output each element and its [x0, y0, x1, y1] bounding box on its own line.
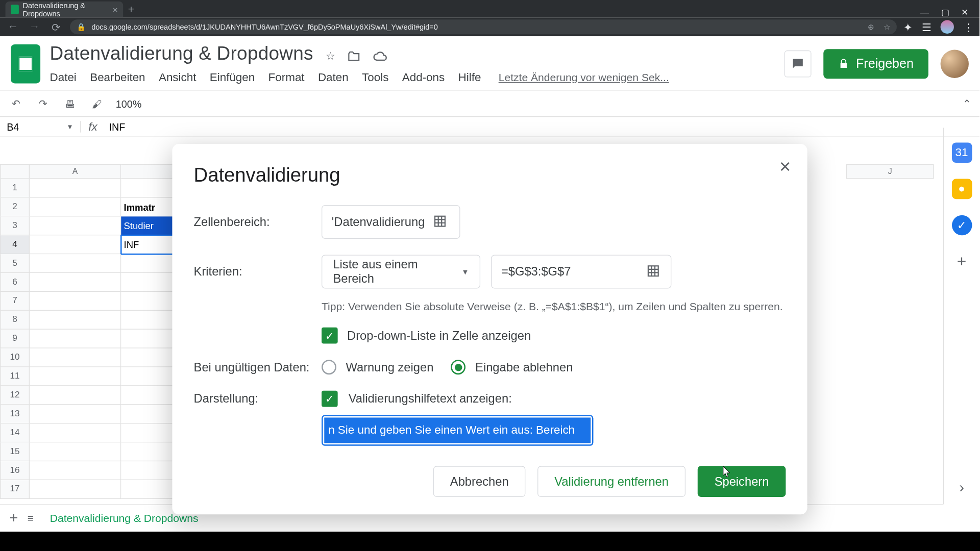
reload-icon[interactable]: ⟳ — [48, 19, 63, 34]
cell[interactable] — [30, 461, 121, 480]
all-sheets-button[interactable]: ≡ — [28, 512, 34, 524]
cell[interactable] — [121, 367, 175, 386]
last-edit-text[interactable]: Letzte Änderung vor wenigen Sek... — [499, 72, 669, 84]
menu-file[interactable]: Datei — [50, 71, 77, 85]
star-icon[interactable]: ☆ — [326, 50, 335, 63]
helptext-input[interactable]: n Sie und geben Sie einen Wert ein aus: … — [322, 415, 593, 446]
account-avatar[interactable] — [941, 50, 969, 78]
row-header[interactable]: 14 — [0, 423, 30, 442]
move-icon[interactable] — [347, 49, 360, 63]
menu-addons[interactable]: Add-ons — [402, 71, 445, 85]
cell[interactable] — [30, 292, 121, 311]
menu-icon[interactable]: ⋮ — [963, 20, 974, 33]
menu-format[interactable]: Format — [268, 71, 305, 85]
cell[interactable] — [121, 386, 175, 405]
document-title[interactable]: Datenvalidierung & Dropdowns — [50, 43, 313, 64]
select-range-icon[interactable] — [433, 214, 448, 229]
row-header[interactable]: 17 — [0, 480, 30, 499]
row-header[interactable]: 10 — [0, 348, 30, 367]
undo-icon[interactable]: ↶ — [8, 95, 24, 112]
zoom-percent[interactable]: 100% — [116, 98, 142, 109]
radio-show-warning[interactable] — [322, 360, 336, 374]
cell[interactable] — [30, 235, 121, 254]
save-button[interactable]: Speichern — [698, 466, 786, 497]
row-header[interactable]: 11 — [0, 367, 30, 386]
row-header[interactable]: 9 — [0, 330, 30, 348]
cell[interactable] — [30, 348, 121, 367]
row-header[interactable]: 12 — [0, 386, 30, 405]
browser-tab[interactable]: Datenvalidierung & Dropdowns × — [6, 2, 124, 18]
criteria-type-dropdown[interactable]: Liste aus einem Bereich ▼ — [322, 255, 480, 289]
row-header[interactable]: 4 — [0, 235, 30, 254]
print-icon[interactable]: 🖶 — [62, 95, 78, 112]
share-button[interactable]: Freigeben — [824, 49, 928, 79]
keep-icon[interactable]: ● — [951, 179, 972, 199]
cell[interactable] — [30, 423, 121, 442]
add-sheet-button[interactable]: + — [9, 509, 18, 527]
row-header[interactable]: 6 — [0, 273, 30, 292]
radio-reject-input[interactable] — [451, 360, 466, 374]
paint-format-icon[interactable]: 🖌 — [89, 95, 105, 112]
menu-help[interactable]: Hilfe — [458, 71, 481, 85]
cell[interactable] — [30, 386, 121, 405]
column-header-J[interactable]: J — [846, 164, 934, 179]
column-header-A[interactable]: A — [30, 164, 121, 179]
criteria-range-input[interactable]: =$G$3:$G$7 — [491, 255, 671, 289]
star-icon[interactable]: ☆ — [884, 22, 890, 31]
close-icon[interactable]: × — [113, 5, 118, 15]
select-range-icon[interactable] — [647, 264, 662, 279]
cell[interactable]: INF — [121, 235, 175, 254]
cell[interactable] — [30, 311, 121, 330]
maximize-icon[interactable]: ▢ — [941, 7, 949, 17]
cell[interactable] — [30, 197, 121, 216]
cell-range-input[interactable]: 'Datenvalidierung — [322, 205, 460, 239]
tasks-icon[interactable]: ✓ — [951, 215, 972, 236]
cell[interactable] — [30, 405, 121, 423]
menu-data[interactable]: Daten — [318, 71, 349, 85]
cell[interactable] — [30, 254, 121, 273]
cell[interactable] — [121, 179, 175, 198]
back-icon[interactable]: ← — [6, 19, 20, 34]
close-window-icon[interactable]: ✕ — [961, 7, 968, 17]
cell[interactable] — [30, 442, 121, 461]
extensions-icon[interactable]: ✦ — [903, 20, 912, 33]
cell[interactable]: Immatr — [121, 197, 175, 216]
row-header[interactable]: 3 — [0, 216, 30, 235]
hide-sidepanel-icon[interactable]: › — [959, 479, 964, 496]
row-header[interactable]: 7 — [0, 292, 30, 311]
select-all-corner[interactable] — [0, 164, 30, 179]
menu-tools[interactable]: Tools — [362, 71, 388, 85]
forward-icon[interactable]: → — [27, 19, 42, 34]
name-box[interactable]: B4 ▼ — [0, 121, 81, 132]
show-helptext-checkbox[interactable]: ✓ — [322, 391, 338, 407]
calendar-icon[interactable]: 31 — [951, 142, 972, 163]
collapse-toolbar-icon[interactable]: ⌃ — [963, 97, 971, 110]
cell[interactable] — [121, 405, 175, 423]
row-header[interactable]: 13 — [0, 405, 30, 423]
menu-insert[interactable]: Einfügen — [210, 71, 255, 85]
menu-edit[interactable]: Bearbeiten — [90, 71, 145, 85]
row-header[interactable]: 2 — [0, 197, 30, 216]
cell[interactable] — [121, 480, 175, 499]
address-bar[interactable]: 🔒 docs.google.com/spreadsheets/d/1JKUDAN… — [70, 19, 897, 34]
cell[interactable] — [30, 216, 121, 235]
newtab-button[interactable]: + — [123, 2, 139, 18]
comments-button[interactable] — [785, 51, 812, 78]
formula-value[interactable]: INF — [105, 121, 126, 132]
cell[interactable] — [121, 461, 175, 480]
cell[interactable] — [30, 179, 121, 198]
cell[interactable] — [121, 348, 175, 367]
zoom-icon[interactable]: ⊕ — [868, 22, 874, 31]
cell[interactable] — [121, 330, 175, 348]
addons-plus-icon[interactable]: + — [951, 252, 972, 272]
menu-view[interactable]: Ansicht — [159, 71, 196, 85]
cell[interactable] — [121, 292, 175, 311]
row-header[interactable]: 15 — [0, 442, 30, 461]
cancel-button[interactable]: Abbrechen — [433, 466, 526, 497]
cloud-icon[interactable] — [373, 49, 387, 64]
show-dropdown-checkbox[interactable]: ✓ — [322, 328, 338, 344]
cell[interactable] — [30, 367, 121, 386]
column-header-B[interactable] — [121, 164, 175, 179]
row-header[interactable]: 1 — [0, 179, 30, 198]
cell[interactable] — [121, 423, 175, 442]
